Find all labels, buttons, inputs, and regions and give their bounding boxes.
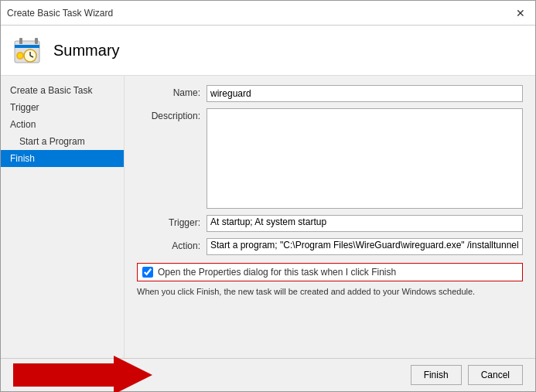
finish-button[interactable]: Finish — [411, 365, 462, 385]
description-textarea[interactable] — [207, 108, 523, 209]
action-label: Action: — [137, 238, 207, 251]
title-bar-text: Create Basic Task Wizard — [7, 8, 113, 19]
sidebar-item-start-program[interactable]: Start a Program — [1, 133, 124, 150]
finish-arrow-icon — [13, 356, 152, 392]
name-row: Name: — [137, 85, 523, 102]
arrow-container — [13, 356, 152, 392]
header-area: Summary — [1, 26, 535, 76]
close-button[interactable]: ✕ — [512, 5, 529, 22]
description-label: Description: — [137, 108, 207, 121]
sidebar-item-action[interactable]: Action — [1, 116, 124, 133]
trigger-row: Trigger: At startup; At system startup — [137, 215, 523, 232]
footer: Finish Cancel — [1, 358, 535, 391]
sidebar-item-create-basic-task[interactable]: Create a Basic Task — [1, 82, 124, 99]
main-content: Name: Description: Trigger: At startup; … — [125, 76, 535, 358]
svg-rect-3 — [15, 45, 39, 48]
dialog-window: Create Basic Task Wizard ✕ Summary — [0, 0, 536, 392]
open-properties-checkbox[interactable] — [142, 267, 153, 278]
sidebar-item-trigger[interactable]: Trigger — [1, 99, 124, 116]
trigger-value: At startup; At system startup — [207, 215, 523, 232]
trigger-label: Trigger: — [137, 215, 207, 228]
open-properties-label[interactable]: Open the Properties dialog for this task… — [158, 267, 396, 278]
task-icon — [13, 35, 44, 66]
properties-checkbox-row: Open the Properties dialog for this task… — [137, 263, 523, 281]
sidebar-item-finish[interactable]: Finish — [1, 150, 124, 167]
cancel-button[interactable]: Cancel — [468, 365, 523, 385]
action-value: Start a program; "C:\Program Files\WireG… — [207, 238, 523, 255]
description-row: Description: — [137, 108, 523, 209]
svg-marker-9 — [13, 356, 152, 392]
svg-rect-2 — [35, 38, 38, 44]
name-input[interactable] — [207, 85, 523, 102]
svg-point-8 — [18, 53, 22, 58]
action-row: Action: Start a program; "C:\Program Fil… — [137, 238, 523, 255]
sidebar: Create a Basic Task Trigger Action Start… — [1, 76, 125, 358]
title-bar: Create Basic Task Wizard ✕ — [1, 1, 535, 26]
name-label: Name: — [137, 85, 207, 98]
info-text: When you click Finish, the new task will… — [137, 286, 523, 298]
header-title: Summary — [53, 42, 120, 60]
svg-rect-1 — [19, 38, 22, 44]
content-area: Create a Basic Task Trigger Action Start… — [1, 76, 535, 358]
